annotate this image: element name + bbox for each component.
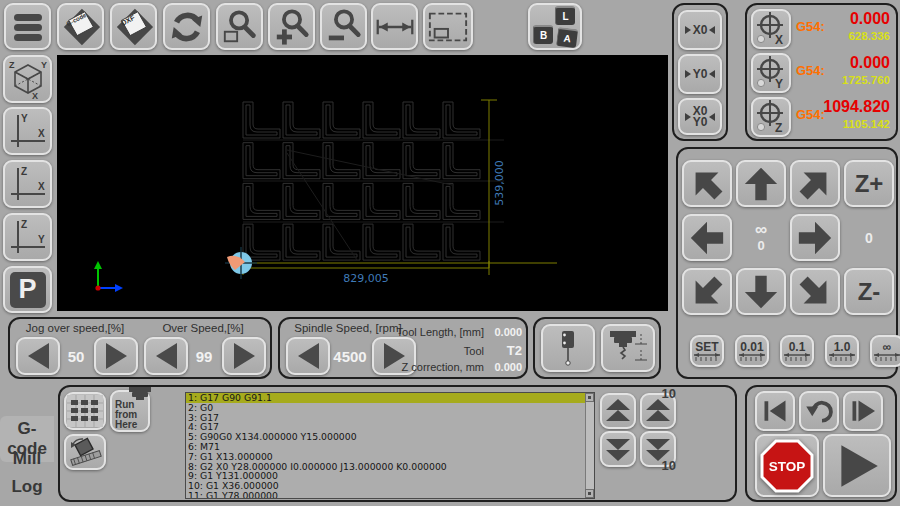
- feed-override-label: Over Speed,[%]: [138, 322, 268, 334]
- view-xz-axes-icon: Z X: [7, 163, 49, 205]
- jog-z-plus-button[interactable]: Z+: [844, 160, 894, 207]
- gcode-scroll-down-10-button[interactable]: 10: [640, 431, 676, 467]
- stop-button[interactable]: STOP: [755, 434, 819, 497]
- z-correction-value: 0.000: [484, 361, 522, 373]
- left-triangle-icon: [28, 343, 49, 369]
- open-dxf-icon: DXF: [113, 6, 155, 48]
- tab-log[interactable]: Log: [0, 474, 54, 500]
- jog-override-increase-button[interactable]: [94, 337, 138, 375]
- jog-up-right-button[interactable]: [790, 160, 840, 207]
- jog-step-set-button[interactable]: SET: [690, 335, 724, 367]
- probe-sensor-button[interactable]: [541, 324, 595, 372]
- svg-text:X: X: [38, 128, 45, 139]
- tool-length-measure-button[interactable]: [601, 324, 655, 372]
- toolpath-canvas[interactable]: 829,005 539,000: [57, 55, 668, 311]
- jog-override-value: 50: [68, 348, 85, 365]
- work-coordinate-y: 0.000: [850, 54, 890, 72]
- goto-y-button[interactable]: Y: [751, 53, 791, 93]
- jog-override-decrease-button[interactable]: [16, 337, 60, 375]
- gcode-line[interactable]: 11: G1 Y78.000000: [186, 491, 585, 499]
- tool-label: Tool: [376, 345, 484, 357]
- gcode-scroll-down-button[interactable]: [600, 431, 636, 467]
- view-yz-button[interactable]: Z Y: [3, 213, 52, 261]
- undo-arrow-icon: [804, 396, 834, 426]
- key-l-icon: L: [555, 6, 575, 25]
- jog-step-001-button[interactable]: 0.01: [735, 335, 769, 367]
- keyboard-shortcuts-button[interactable]: L B A: [528, 3, 582, 50]
- tool-length-row: Tool Length, [mm] 0.000: [376, 326, 522, 338]
- jog-a-value: 0: [865, 230, 873, 246]
- zero-y-button[interactable]: Y0: [678, 54, 722, 94]
- menu-button[interactable]: [4, 3, 51, 50]
- run-from-here-label: Run from Here: [115, 400, 145, 430]
- run-from-here-button[interactable]: Run from Here: [110, 390, 150, 432]
- open-gcode-button[interactable]: G-code: [57, 3, 104, 50]
- ruler-icon: [828, 353, 856, 361]
- zero-x-button[interactable]: X0: [678, 10, 722, 50]
- gcode-line[interactable]: 2: G0: [186, 403, 585, 413]
- scroll-10-label: 10: [662, 458, 676, 473]
- jog-step-10-button[interactable]: 1.0: [825, 335, 859, 367]
- jog-step-infinity: ∞: [755, 222, 767, 238]
- gcode-scroll-up-button[interactable]: [600, 393, 636, 429]
- gcode-line[interactable]: 3: G17: [186, 413, 585, 423]
- jog-down-right-button[interactable]: [790, 268, 840, 315]
- goto-x-button[interactable]: X: [751, 9, 791, 49]
- refresh-button[interactable]: [163, 3, 210, 50]
- coordinate-row-z: Z G54: 1094.820 1105.142: [747, 95, 896, 138]
- jog-step-display: ∞ 0: [736, 212, 786, 262]
- rotate-material-button[interactable]: [64, 434, 106, 470]
- jog-step-continuous-button[interactable]: ∞: [870, 335, 900, 367]
- right-triangle-icon: [106, 343, 127, 369]
- left-triangle-icon: [156, 343, 177, 369]
- zoom-out-button[interactable]: [320, 3, 367, 50]
- gcode-line[interactable]: 1: G17 G90 G91.1: [186, 393, 585, 403]
- open-dxf-button[interactable]: DXF: [110, 3, 157, 50]
- svg-text:X: X: [32, 91, 38, 100]
- jog-right-button[interactable]: [790, 214, 840, 261]
- park-button[interactable]: P: [3, 266, 52, 313]
- svg-text:Y: Y: [775, 77, 783, 91]
- feed-override-increase-button[interactable]: [222, 337, 266, 375]
- scrollbar-down-button[interactable]: [585, 489, 594, 498]
- undo-button[interactable]: [799, 391, 839, 431]
- jog-up-button[interactable]: [736, 160, 786, 207]
- rewind-button[interactable]: [755, 391, 795, 431]
- svg-text:Y: Y: [21, 113, 28, 124]
- stop-sign-icon: STOP: [759, 438, 815, 494]
- gcode-list[interactable]: 1: G17 G90 G91.12: G03: G174: G175: G90G…: [185, 392, 595, 499]
- viewport-button[interactable]: [423, 3, 473, 50]
- measure-button[interactable]: [371, 3, 418, 50]
- zoom-window-button[interactable]: [216, 3, 263, 50]
- gcode-line[interactable]: 5: G90G0 X134.000000 Y15.000000: [186, 432, 585, 442]
- zero-xy-button[interactable]: X0Y0: [678, 98, 722, 135]
- jog-down-left-button[interactable]: [682, 268, 732, 315]
- tab-mill[interactable]: Mill: [0, 446, 54, 472]
- view-xz-button[interactable]: Z X: [3, 160, 52, 208]
- feed-override-decrease-button[interactable]: [144, 337, 188, 375]
- spindle-decrease-button[interactable]: [286, 337, 330, 375]
- gcode-scroll-up-10-button[interactable]: 10: [640, 393, 676, 429]
- jog-down-button[interactable]: [736, 268, 786, 315]
- jog-step-01-button[interactable]: 0.1: [780, 335, 814, 367]
- zoom-in-button[interactable]: [268, 3, 315, 50]
- coordinates-panel: X G54: 0.000 628.336 Y G54: 0.000 1725.7…: [745, 3, 898, 141]
- machine-coordinate-y: 1725.760: [842, 74, 890, 86]
- array-copy-button[interactable]: [64, 392, 106, 430]
- svg-text:X: X: [38, 181, 45, 192]
- goto-z-button[interactable]: Z: [751, 97, 791, 137]
- gcode-scrollbar[interactable]: [585, 393, 594, 498]
- step-forward-button[interactable]: [843, 391, 883, 431]
- jog-left-button[interactable]: [682, 214, 732, 261]
- origin-axes-icon: [94, 261, 123, 292]
- view-3d-button[interactable]: Z Y X: [3, 55, 52, 103]
- spindle-value-wrap: 4500: [330, 337, 370, 375]
- jog-up-left-button[interactable]: [682, 160, 732, 207]
- open-gcode-icon: G-code: [60, 6, 102, 48]
- jog-z-minus-button[interactable]: Z-: [844, 268, 894, 315]
- view-xy-button[interactable]: Y X: [3, 107, 52, 155]
- scrollbar-up-button[interactable]: [585, 393, 594, 402]
- svg-text:X: X: [775, 33, 783, 47]
- hamburger-icon: [12, 11, 44, 43]
- start-button[interactable]: [823, 434, 891, 497]
